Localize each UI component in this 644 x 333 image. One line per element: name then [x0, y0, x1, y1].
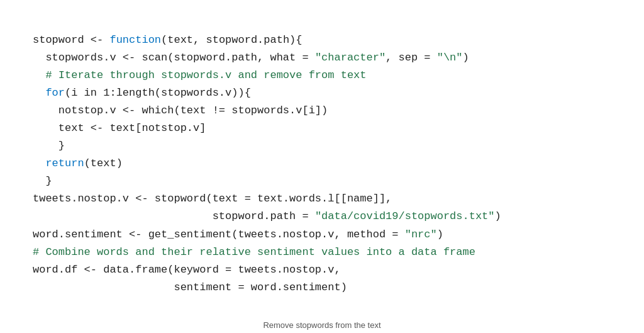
code-line-9: }	[33, 172, 611, 190]
code-block: stopword <- function(text, stopword.path…	[14, 19, 630, 309]
code-line-1: stopword <- function(text, stopword.path…	[33, 31, 611, 49]
code-line-8: return(text)	[33, 155, 611, 172]
code-line-5: notstop.v <- which(text != stopwords.v[i…	[33, 102, 611, 120]
code-line-7: }	[33, 137, 611, 155]
code-line-12: word.sentiment <- get_sentiment(tweets.n…	[33, 226, 611, 244]
code-line-4: for(i in 1:length(stopwords.v)){	[33, 84, 611, 102]
code-line-3: # Iterate through stopwords.v and remove…	[33, 67, 611, 84]
code-line-14: word.df <- data.frame(keyword = tweets.n…	[33, 261, 611, 279]
code-line-11: stopword.path = "data/covid19/stopwords.…	[33, 208, 611, 225]
code-line-2: stopwords.v <- scan(stopword.path, what …	[33, 49, 611, 67]
code-line-10: tweets.nostop.v <- stopword(text = text.…	[33, 190, 611, 208]
main-container: stopword <- function(text, stopword.path…	[0, 0, 644, 333]
caption: Remove stopwords from the text	[263, 320, 380, 330]
code-line-6: text <- text[notstop.v]	[33, 120, 611, 137]
code-text: stopword	[33, 34, 91, 46]
code-line-13: # Combine words and their relative senti…	[33, 244, 611, 261]
code-line-15: sentiment = word.sentiment)	[33, 279, 611, 296]
